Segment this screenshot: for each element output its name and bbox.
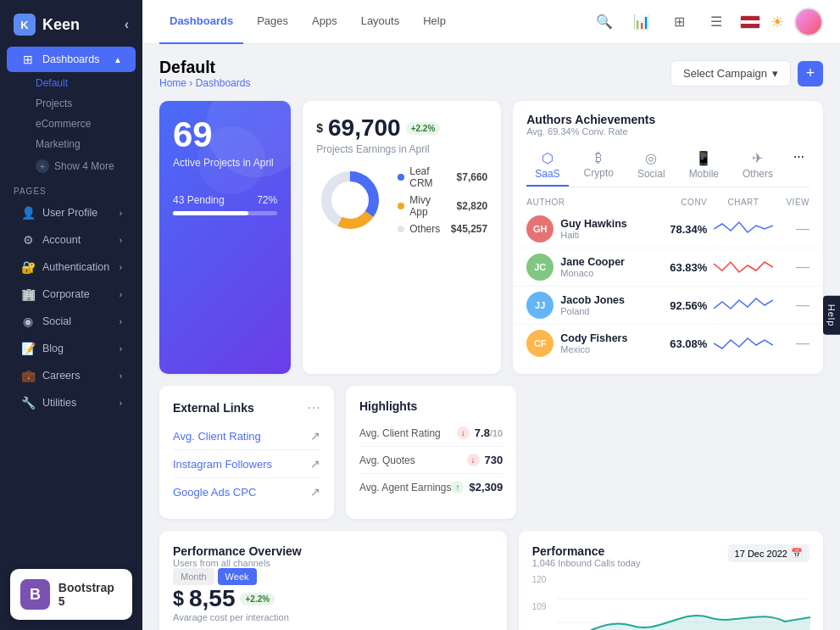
py-120: 120 [532, 575, 554, 584]
authors-card-title: Authors Achievements [526, 113, 809, 126]
highlight-badge-1: ↓ [457, 427, 470, 439]
tab-pages[interactable]: Pages [247, 0, 298, 44]
add-campaign-button[interactable]: + [798, 61, 823, 86]
author-chart-3 [707, 293, 779, 317]
legend-dot-3 [398, 226, 404, 232]
user-profile-icon: 👤 [20, 206, 36, 220]
progress-bar-fill [173, 211, 248, 215]
legend-label-2: Mivy App [409, 194, 440, 218]
top-navigation: Dashboards Pages Apps Layouts Help 🔍 📊 ⊞… [142, 0, 840, 44]
sidebar-item-corporate[interactable]: 🏢 Corporate › [7, 282, 136, 307]
grid-icon[interactable]: ⊞ [665, 8, 693, 36]
chevron-icon5: › [120, 317, 122, 326]
authors-tab-others[interactable]: ✈ Others [734, 145, 782, 187]
sidebar-item-careers[interactable]: 💼 Careers › [7, 363, 136, 388]
month-button[interactable]: Month [173, 568, 214, 585]
legend-item-3: Others $45,257 [398, 223, 487, 235]
breadcrumb-home[interactable]: Home [159, 77, 186, 89]
bottom-cards-row: Performance Overview Users from all chan… [159, 531, 823, 630]
tab-dashboards[interactable]: Dashboards [159, 0, 243, 44]
performance-overview-card: Performance Overview Users from all chan… [159, 531, 507, 630]
highlight-value-2: ↓ 730 [467, 454, 503, 466]
social-label: Social [637, 168, 665, 180]
links-header: External Links ⋯ [173, 399, 320, 415]
external-link-icon-3[interactable]: ↗ [310, 485, 320, 499]
author-row-3: JJ Jacob Jones Poland 92.56% — [513, 287, 823, 325]
highlights-header: Highlights [359, 399, 503, 413]
authors-tab-social[interactable]: ◎ Social [629, 145, 674, 187]
bootstrap-badge[interactable]: B Bootstrap 5 [10, 569, 132, 620]
tab-help[interactable]: Help [413, 0, 456, 44]
chevron-icon7: › [120, 371, 122, 381]
sidebar-subitem-marketing[interactable]: Marketing [0, 134, 142, 154]
help-tab[interactable]: Help [823, 295, 840, 335]
saas-label: SaaS [535, 168, 559, 180]
author-view-4[interactable]: — [780, 336, 810, 351]
author-row-4: CF Cody Fishers Mexico 63.08% — [513, 325, 823, 362]
author-view-3[interactable]: — [780, 298, 810, 313]
external-link-icon-2[interactable]: ↗ [310, 457, 320, 471]
sidebar-item-authentication[interactable]: 🔐 Authentication › [7, 254, 136, 280]
breadcrumb: Home › Dashboards [159, 77, 250, 89]
select-campaign-button[interactable]: Select Campaign ▾ [670, 60, 791, 86]
authors-tab-saas[interactable]: ⬡ SaaS [526, 145, 568, 187]
perf-overview-amount: $ 8,55 +2.2% [173, 585, 493, 612]
author-details-2: Jane Cooper Monaco [560, 256, 625, 278]
author-avatar-1: GH [526, 215, 554, 243]
authors-options[interactable]: ⋯ [788, 145, 809, 187]
sidebar-subitem-default[interactable]: Default [0, 73, 142, 93]
earnings-value: 69,700 [328, 114, 401, 142]
author-view-1[interactable]: — [780, 221, 810, 237]
author-details-1: Guy Hawkins Haiti [560, 218, 627, 240]
author-view-2[interactable]: — [780, 259, 810, 275]
tab-layouts[interactable]: Layouts [351, 0, 410, 44]
search-icon[interactable]: 🔍 [591, 8, 618, 36]
sidebar-subitem-ecommerce[interactable]: eCommerce [0, 114, 142, 134]
top-cards-row: 69 Active Projects in April 43 Pending 7… [159, 101, 823, 374]
link-text-1[interactable]: Avg. Client Rating [173, 430, 261, 443]
legend-dot-2 [398, 203, 404, 209]
show-more-button[interactable]: + Show 4 More [0, 154, 142, 178]
menu-icon[interactable]: ☰ [703, 8, 730, 36]
link-text-3[interactable]: Google Ads CPC [173, 486, 256, 499]
sidebar-item-social[interactable]: ◉ Social › [7, 309, 136, 334]
performance-card: Performance 1,046 Inbound Calls today 17… [519, 531, 823, 630]
sidebar-item-utilities[interactable]: 🔧 Utilities › [7, 390, 136, 415]
authors-tab-mobile[interactable]: 📱 Mobile [681, 145, 727, 187]
week-button[interactable]: Week [218, 568, 257, 585]
language-flag[interactable] [740, 15, 760, 29]
links-card-title: External Links [173, 401, 254, 415]
author-location-1: Haiti [560, 230, 627, 240]
highlight-value-3: ↑ $2,309 [451, 481, 503, 493]
highlight-val-1: 7.8/10 [475, 427, 503, 439]
pending-label: 43 Pending [173, 194, 225, 206]
links-options-icon[interactable]: ⋯ [307, 399, 320, 415]
user-avatar[interactable] [794, 8, 823, 36]
link-item-3: Google Ads CPC ↗ [173, 478, 320, 505]
sidebar-item-blog[interactable]: 📝 Blog › [7, 336, 136, 361]
perf-badge: +2.2% [240, 593, 275, 605]
author-name-2: Jane Cooper [560, 256, 625, 268]
theme-toggle[interactable]: ☀ [770, 13, 784, 31]
tab-apps[interactable]: Apps [302, 0, 348, 44]
performance-subtitle: 1,046 Inbound Calls today [532, 558, 641, 568]
external-links-card: External Links ⋯ Avg. Client Rating ↗ In… [159, 386, 334, 519]
sidebar-subitem-projects[interactable]: Projects [0, 93, 142, 114]
sidebar-item-account[interactable]: ⚙ Account › [7, 227, 136, 253]
author-chart-1 [707, 217, 779, 241]
sidebar-item-dashboards[interactable]: ⊞ Dashboards ▲ [7, 47, 136, 72]
performance-date-button[interactable]: 17 Dec 2022 📅 [728, 544, 809, 562]
authors-card: Authors Achievements Avg. 69.34% Conv. R… [513, 101, 823, 374]
chart-icon[interactable]: 📊 [628, 8, 655, 36]
sidebar-collapse-button[interactable]: ‹ [125, 17, 129, 32]
legend-label-1: Leaf CRM [409, 165, 440, 189]
performance-title: Performance [532, 544, 641, 558]
chevron-icon2: › [120, 236, 122, 245]
link-text-2[interactable]: Instagram Followers [173, 458, 272, 471]
sidebar-item-user-profile[interactable]: 👤 User Profile › [7, 200, 136, 226]
author-conv-3: 92.56% [647, 299, 707, 312]
social-tab-icon: ◎ [645, 150, 657, 166]
external-link-icon-1[interactable]: ↗ [310, 429, 320, 443]
authors-tab-crypto[interactable]: ₿ Crypto [576, 145, 622, 187]
breadcrumb-dashboards: Dashboards [196, 77, 251, 89]
